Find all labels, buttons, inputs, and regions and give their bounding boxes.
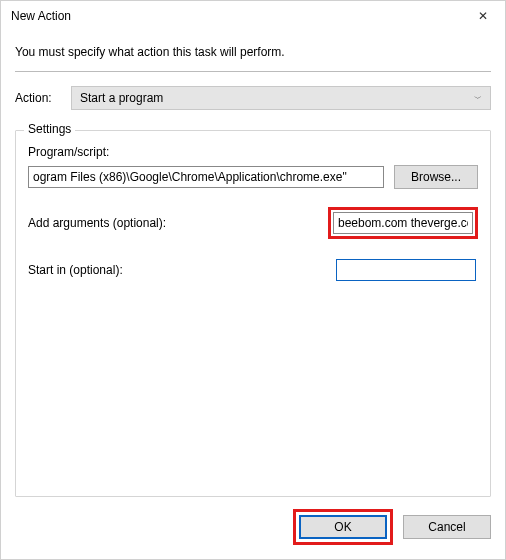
ok-highlight: OK	[293, 509, 393, 545]
ok-button[interactable]: OK	[299, 515, 387, 539]
new-action-dialog: New Action ✕ You must specify what actio…	[0, 0, 506, 560]
action-selected-value: Start a program	[80, 91, 163, 105]
action-dropdown[interactable]: Start a program ﹀	[71, 86, 491, 110]
startin-wrap	[334, 257, 478, 283]
arguments-input[interactable]	[333, 212, 473, 234]
program-input[interactable]	[28, 166, 384, 188]
window-title: New Action	[11, 9, 71, 23]
close-button[interactable]: ✕	[460, 1, 505, 31]
program-label: Program/script:	[28, 145, 478, 159]
cancel-button[interactable]: Cancel	[403, 515, 491, 539]
titlebar: New Action ✕	[1, 1, 505, 31]
divider	[15, 71, 491, 72]
close-icon: ✕	[478, 9, 488, 23]
button-bar: OK Cancel	[1, 497, 505, 559]
action-label: Action:	[15, 91, 61, 105]
program-row: Browse...	[28, 165, 478, 189]
browse-button[interactable]: Browse...	[394, 165, 478, 189]
arguments-highlight	[328, 207, 478, 239]
dialog-content: You must specify what action this task w…	[1, 31, 505, 497]
chevron-down-icon: ﹀	[474, 93, 482, 104]
settings-group: Settings Program/script: Browse... Add a…	[15, 130, 491, 497]
startin-label: Start in (optional):	[28, 263, 123, 277]
arguments-row: Add arguments (optional):	[28, 207, 478, 239]
action-row: Action: Start a program ﹀	[15, 86, 491, 110]
arguments-label: Add arguments (optional):	[28, 216, 166, 230]
settings-legend: Settings	[24, 122, 75, 136]
instruction-text: You must specify what action this task w…	[15, 45, 491, 59]
startin-row: Start in (optional):	[28, 257, 478, 283]
startin-input[interactable]	[336, 259, 476, 281]
